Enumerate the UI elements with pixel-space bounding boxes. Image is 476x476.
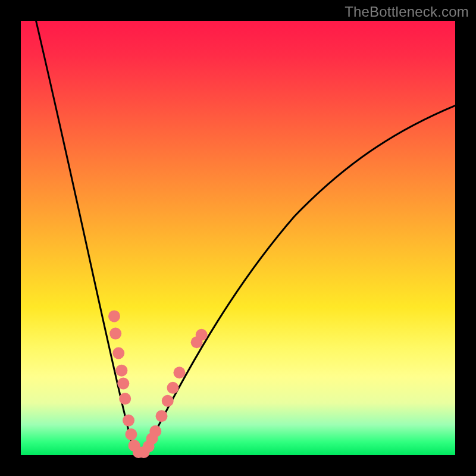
data-point-marker [162, 395, 174, 407]
data-point-marker [119, 393, 131, 405]
v-curve [36, 21, 455, 450]
data-point-marker [156, 410, 168, 422]
data-point-marker [109, 328, 121, 340]
data-point-marker [115, 365, 127, 377]
data-point-marker [196, 329, 208, 341]
chart-svg [21, 21, 455, 455]
data-point-marker [123, 415, 134, 427]
data-point-marker [149, 425, 161, 437]
chart-frame: TheBottleneck.com [0, 0, 476, 476]
data-point-marker [173, 367, 185, 378]
data-point-marker [125, 428, 137, 440]
data-point-marker [117, 378, 129, 390]
data-point-marker [167, 382, 179, 394]
data-point-marker [112, 347, 124, 359]
watermark-text: TheBottleneck.com [345, 4, 469, 20]
data-point-marker [108, 310, 120, 322]
